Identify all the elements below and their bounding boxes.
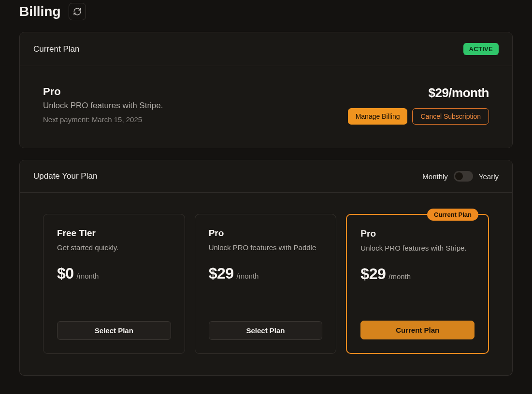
plan-card-pro-stripe: Current Plan Pro Unlock PRO features wit… [346,214,489,354]
billing-period-toggle-group: Monthly Yearly [422,171,499,182]
select-plan-button[interactable]: Select Plan [57,321,171,340]
plan-price: $0 [57,265,74,282]
plans-grid: Free Tier Get started quickly. $0 /month… [20,193,512,375]
update-plan-section-title: Update Your Plan [33,171,97,181]
plan-price: $29 [360,265,386,283]
plan-price-row: $0 /month [57,265,171,282]
current-plan-card: Current Plan ACTIVE Pro Unlock PRO featu… [19,32,513,148]
current-plan-price: $29/month [348,85,489,100]
plan-description: Unlock PRO features with Paddle [209,242,323,253]
period-label-monthly: Monthly [422,172,448,181]
toggle-knob [455,172,463,180]
update-plan-header: Update Your Plan Monthly Yearly [20,160,512,193]
plan-description: Unlock PRO features with Stripe. [360,243,474,253]
plan-name: Free Tier [57,228,171,239]
plan-period: /month [237,272,259,280]
manage-billing-button[interactable]: Manage Billing [348,108,408,125]
update-plan-card: Update Your Plan Monthly Yearly Free Tie… [19,160,513,376]
plan-card-free: Free Tier Get started quickly. $0 /month… [43,214,185,354]
current-plan-description: Unlock PRO features with Stripe. [43,101,163,111]
plan-price-row: $29 /month [360,265,474,283]
plan-description: Get started quickly. [57,242,171,253]
current-plan-name: Pro [43,85,163,98]
plan-period: /month [388,272,411,281]
current-plan-header: Current Plan ACTIVE [20,32,512,66]
current-plan-section-title: Current Plan [33,44,79,54]
plan-period: /month [77,272,99,280]
page-title: Billing [19,4,61,19]
plan-price-row: $29 /month [209,265,323,282]
plan-name: Pro [360,228,474,239]
select-plan-button[interactable]: Select Plan [209,321,323,340]
status-badge: ACTIVE [463,43,499,55]
current-plan-button[interactable]: Current Plan [360,321,474,339]
page-header: Billing [19,0,513,32]
current-plan-body: Pro Unlock PRO features with Stripe. Nex… [20,66,512,148]
cancel-subscription-button[interactable]: Cancel Subscription [412,108,489,125]
current-plan-tag: Current Plan [427,209,478,221]
plan-price: $29 [209,265,234,282]
refresh-icon [73,7,82,16]
current-plan-info: Pro Unlock PRO features with Stripe. Nex… [43,85,163,124]
refresh-button[interactable] [69,3,86,20]
period-label-yearly: Yearly [479,172,499,181]
current-plan-price-actions: $29/month Manage Billing Cancel Subscrip… [348,85,489,125]
plan-name: Pro [209,228,323,239]
period-toggle[interactable] [454,171,473,182]
plan-card-pro-paddle: Pro Unlock PRO features with Paddle $29 … [195,214,337,354]
current-plan-next-payment: Next payment: March 15, 2025 [43,115,163,124]
